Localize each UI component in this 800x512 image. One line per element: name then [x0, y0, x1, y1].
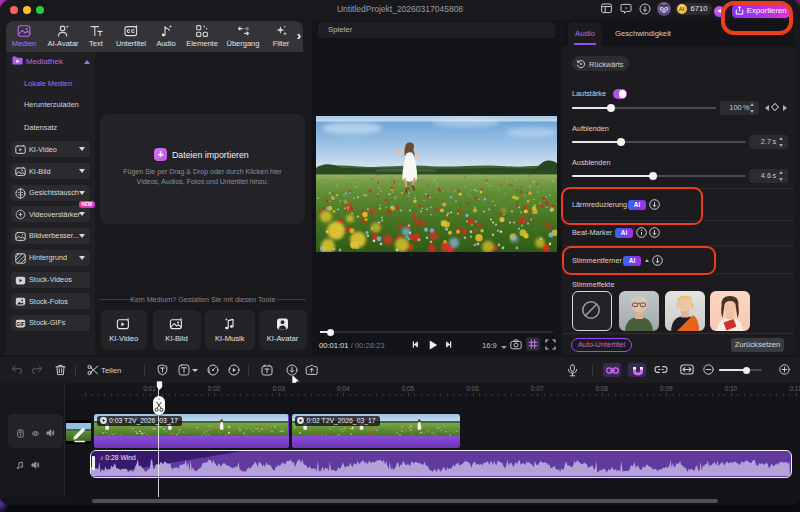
svg-text:GIF: GIF — [16, 320, 24, 326]
